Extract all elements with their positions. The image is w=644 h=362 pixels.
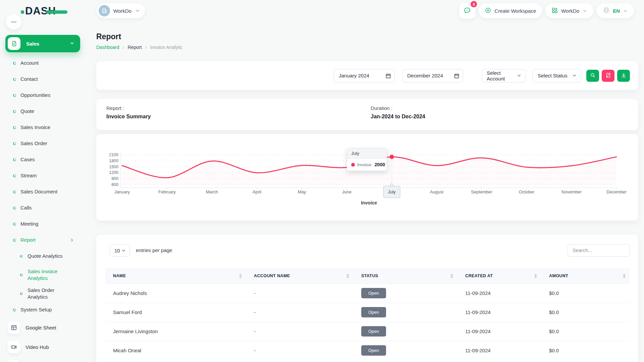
cell-amount: $0.0 (541, 303, 630, 322)
sidebar-item-video-hub[interactable]: Video Hub (0, 337, 87, 357)
app-menu-label: WorkDo (561, 8, 579, 14)
svg-text:600: 600 (111, 182, 118, 187)
status-badge: Open (361, 288, 386, 298)
chevron-down-icon (572, 73, 577, 78)
sort-icon[interactable] (239, 274, 242, 278)
sidebar-item-report[interactable]: Report (0, 232, 87, 248)
sidebar-section-sales[interactable]: Sales (5, 35, 80, 52)
status-select[interactable]: Select Status (533, 69, 581, 82)
cell-amount: $0.0 (541, 284, 630, 303)
cell-name: Samuel Ford (105, 303, 246, 322)
sidebar-item-calls[interactable]: Calls (0, 200, 87, 216)
messages-button[interactable]: 0 (459, 3, 475, 19)
sidebar-item-cases[interactable]: Cases (0, 152, 87, 168)
invoice-table: NAME ACCOUNT NAME STATUS CREATED AT AMOU… (105, 268, 630, 360)
cell-status: Open (353, 322, 457, 341)
column-header-name[interactable]: NAME (105, 268, 246, 284)
sidebar-toggle-button[interactable]: — (6, 14, 21, 29)
bullet-icon (13, 109, 16, 113)
status-badge: Open (361, 345, 386, 356)
table-search[interactable] (568, 244, 630, 257)
sidebar-item-sales-order[interactable]: Sales Order (0, 135, 87, 152)
report-value: Invoice Summary (106, 114, 151, 120)
sidebar-item-stream[interactable]: Stream (0, 168, 87, 184)
language-button[interactable]: EN (597, 3, 634, 18)
page-size-value: 10 (114, 248, 120, 253)
report-summary: Report : Invoice Summary (106, 105, 151, 120)
clear-filter-button[interactable] (602, 70, 614, 82)
invoice-doc-icon (8, 37, 20, 50)
sidebar-item-sales-invoice[interactable]: Sales Invoice (0, 119, 87, 135)
svg-text:October: October (519, 189, 535, 194)
create-workspace-button[interactable]: Create Workspace (479, 3, 542, 18)
cell-name: Micah Oneal (105, 341, 246, 360)
page-size-select[interactable]: 10 (110, 244, 130, 257)
breadcrumb-item[interactable]: Dashboard (96, 45, 119, 50)
bullet-icon (13, 174, 16, 177)
apply-filter-button[interactable] (586, 70, 599, 82)
svg-text:1500: 1500 (109, 165, 118, 169)
sidebar-item-sales-document[interactable]: Sales Document (0, 184, 87, 200)
column-header-amount[interactable]: AMOUNT (541, 268, 630, 284)
cell-created-at: 11-09-2024 (457, 284, 541, 303)
sidebar-item-sales-invoice-analytics[interactable]: Sales Invoice Analytics (0, 264, 87, 286)
svg-text:May: May (298, 189, 306, 194)
bullet-icon (13, 238, 16, 242)
start-date-input[interactable] (334, 69, 395, 82)
language-label: EN (613, 8, 620, 14)
column-header-created-at[interactable]: CREATED AT (457, 268, 541, 284)
svg-text:2100: 2100 (109, 153, 118, 157)
page-title: Report (96, 32, 121, 41)
sidebar-item-contact[interactable]: Contact (0, 71, 87, 87)
chat-bubble-icon (463, 6, 471, 15)
sidebar-item-meeting[interactable]: Meeting (0, 216, 87, 232)
report-summary-card: Report : Invoice Summary Duration : Jan-… (96, 99, 638, 130)
grid-plus-icon (551, 7, 558, 15)
account-select[interactable]: Select Account (482, 69, 526, 82)
app-logo[interactable]: DASH (21, 5, 67, 17)
invoice-table-card: 10 entries per page NAME ACCOUNT NAME ST… (96, 235, 638, 362)
filter-card: Select Account Select Status (96, 61, 638, 90)
table-row: Jermaine Livingston - Open 11-09-2024 $0… (105, 322, 630, 341)
sidebar-item-google-sheet[interactable]: Google Sheet (0, 318, 87, 337)
duration-label: Duration : (371, 105, 425, 111)
chevron-down-icon (69, 41, 75, 47)
export-button[interactable] (617, 70, 630, 82)
table-search-input[interactable] (568, 244, 630, 256)
cell-account-name: - (246, 303, 353, 322)
sort-icon[interactable] (346, 274, 349, 278)
column-header-account-name[interactable]: ACCOUNT NAME (246, 268, 353, 284)
status-badge: Open (361, 307, 386, 317)
download-icon (621, 72, 627, 79)
sidebar-item-item[interactable] (0, 357, 87, 362)
duration-value: Jan-2024 to Dec-2024 (371, 114, 425, 120)
svg-text:1800: 1800 (109, 159, 118, 163)
chevron-down-icon (517, 73, 522, 78)
sidebar-item-account[interactable]: Account (0, 55, 87, 71)
cell-created-at: 11-09-2024 (457, 303, 541, 322)
video-camera-icon (7, 341, 20, 353)
svg-text:1200: 1200 (109, 170, 118, 175)
breadcrumb-item[interactable]: Report (128, 45, 142, 50)
sort-icon[interactable] (534, 274, 537, 278)
sidebar-item-system-setup[interactable]: System Setup (0, 302, 87, 318)
svg-text:February: February (158, 189, 176, 194)
entries-per-page-label: entries per page (136, 247, 172, 253)
sidebar-item-quote[interactable]: Quote (0, 103, 87, 119)
cell-amount: $0.0 (541, 341, 630, 360)
sidebar-item-sales-order-analytics[interactable]: Sales Order Analytics (0, 286, 87, 302)
bullet-icon (13, 308, 16, 311)
cell-account-name: - (246, 284, 353, 303)
sidebar-item-opportunities[interactable]: Opportunities (0, 87, 87, 103)
cell-status: Open (353, 303, 457, 322)
sidebar: — Sales Account Contact Opportunities (0, 21, 87, 362)
end-date-input[interactable] (402, 69, 463, 82)
cell-amount: $0.0 (541, 322, 630, 341)
bullet-icon (13, 190, 16, 193)
sidebar-item-quote-analytics[interactable]: Quote Analytics (0, 248, 87, 264)
sort-icon[interactable] (623, 274, 626, 278)
app-menu-button[interactable]: WorkDo (545, 3, 593, 18)
sort-icon[interactable] (450, 274, 453, 278)
column-header-status[interactable]: STATUS (353, 268, 457, 284)
workspace-switcher[interactable]: WorkDo (97, 3, 145, 18)
